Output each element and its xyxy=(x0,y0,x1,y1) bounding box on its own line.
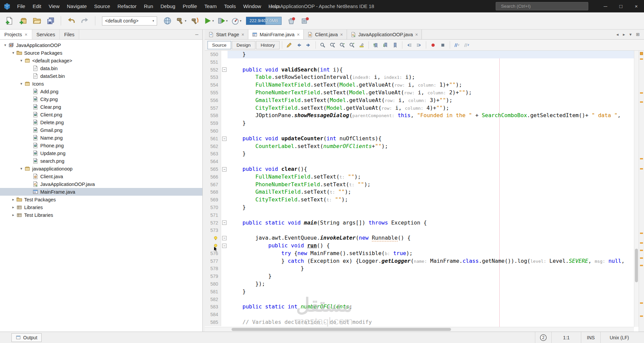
profile-project-button[interactable]: ▾ xyxy=(230,15,242,27)
expand-arrow[interactable]: ▸ xyxy=(11,197,16,202)
warning-mark[interactable] xyxy=(640,158,643,159)
tab-javaapplicationoop-java[interactable]: JavaApplicationOOP.java× xyxy=(347,30,422,39)
tab-scroll-left-icon[interactable]: ◂ xyxy=(615,32,621,37)
tab-client-java[interactable]: Client.java× xyxy=(304,30,347,39)
horizontal-scrollbar[interactable] xyxy=(205,327,634,332)
vertical-scrollbar-thumb[interactable] xyxy=(635,249,638,282)
minimize-button[interactable]: ─ xyxy=(598,0,613,12)
globe-button[interactable] xyxy=(161,15,174,27)
stop-macro-button[interactable] xyxy=(438,41,447,50)
expand-arrow[interactable]: ▸ xyxy=(11,205,16,209)
code-line-text[interactable]: public void validSearch(int i){ xyxy=(228,66,634,74)
fold-toggle[interactable]: − xyxy=(222,67,227,72)
tab-scroll-right-icon[interactable]: ▸ xyxy=(621,32,627,37)
tree-node-delete-png[interactable]: Delete.png xyxy=(0,118,202,126)
code-line-text[interactable]: JOptionPane.showMessageDialog(parentComp… xyxy=(228,112,634,119)
close-icon[interactable]: × xyxy=(242,32,244,37)
tree-node-default-package[interactable]: ▾<default package> xyxy=(0,57,202,64)
view-history-button[interactable]: History xyxy=(256,41,280,49)
code-line-text[interactable]: } xyxy=(228,150,634,158)
tab-files[interactable]: Files xyxy=(60,30,79,39)
menu-debug[interactable]: Debug xyxy=(157,0,179,12)
find-next-button[interactable] xyxy=(347,41,356,50)
menu-view[interactable]: View xyxy=(45,0,63,12)
menu-refactor[interactable]: Refactor xyxy=(114,0,140,12)
minimize-panel-icon[interactable]: ─ xyxy=(191,30,202,39)
fold-toggle[interactable]: − xyxy=(222,137,227,141)
code-line-text[interactable]: public void clear(){ xyxy=(228,165,634,173)
expand-arrow[interactable]: ▾ xyxy=(11,51,16,55)
expand-arrow[interactable]: ▾ xyxy=(19,166,24,171)
tree-node-update-png[interactable]: Update.png xyxy=(0,149,202,157)
tree-node-phone-png[interactable]: Phone.png xyxy=(0,142,202,149)
code-editor[interactable]: 550 }551552− public void validSearch(int… xyxy=(205,51,634,327)
memory-indicator[interactable]: 222.9/402.0MB xyxy=(246,17,282,25)
horizontal-scrollbar-thumb[interactable] xyxy=(232,328,451,331)
view-design-button[interactable]: Design xyxy=(232,41,255,49)
code-line-text[interactable]: PhoneNumberTextField.setText(t: ""); xyxy=(228,181,634,189)
fold-toggle[interactable]: − xyxy=(222,167,227,172)
maximize-button[interactable]: □ xyxy=(613,0,629,12)
close-icon[interactable]: × xyxy=(415,32,418,37)
stripe-status-icon[interactable] xyxy=(640,52,643,55)
incremental-search-button[interactable] xyxy=(328,41,337,50)
code-line-text[interactable]: // Variables declaration - do not modify xyxy=(228,318,634,326)
tree-node-javaapplicationoop[interactable]: ▾javaapplicationoop xyxy=(0,165,202,173)
tab-projects[interactable]: Projects× xyxy=(0,30,32,39)
quick-search-input[interactable]: Search (Ctrl+I) xyxy=(496,2,588,10)
comment-button[interactable] xyxy=(452,41,461,50)
code-line-text[interactable]: } catch (Exception ex) {Logger.getLogger… xyxy=(228,257,634,265)
code-line-text[interactable]: java.awt.EventQueue.invokeLater(new Runn… xyxy=(228,234,634,242)
tree-node-icons[interactable]: ▾Icons xyxy=(0,80,202,88)
fold-toggle[interactable]: − xyxy=(222,236,227,240)
code-line-text[interactable] xyxy=(228,311,634,318)
warning-mark[interactable] xyxy=(640,168,643,169)
tree-node-search-png[interactable]: search.png xyxy=(0,157,202,165)
warning-mark[interactable] xyxy=(640,58,643,60)
tree-node-source-packages[interactable]: ▾Source Packages xyxy=(0,49,202,57)
code-line-text[interactable]: GmailTextField.setText(Model.getValueAt(… xyxy=(228,97,634,104)
tree-node-gmail-png[interactable]: Gmail.png xyxy=(0,126,202,134)
tree-node-javaapplicationoop[interactable]: ▾JavaApplicationOOP xyxy=(0,41,202,49)
warning-mark[interactable] xyxy=(640,257,643,259)
close-icon[interactable]: × xyxy=(340,32,343,37)
code-line-text[interactable] xyxy=(228,227,634,234)
code-line-text[interactable]: CityTextField.setText(Model.getValueAt(r… xyxy=(228,104,634,112)
tree-node-client-java[interactable]: Client.java xyxy=(0,173,202,180)
warning-mark[interactable] xyxy=(640,315,643,317)
insert-mode[interactable]: INS xyxy=(581,332,600,343)
code-line-text[interactable]: CounterLabel.setText(numberOFClients+"")… xyxy=(228,143,634,150)
tree-node-client-png[interactable]: Client.png xyxy=(0,111,202,118)
find-previous-button[interactable] xyxy=(338,41,347,50)
vertical-scrollbar[interactable] xyxy=(634,51,639,327)
code-line-text[interactable]: FullNameTextField.setText(t: ""); xyxy=(228,173,634,181)
new-file-button[interactable] xyxy=(3,15,15,27)
shift-right-button[interactable] xyxy=(414,41,424,50)
close-icon[interactable]: × xyxy=(24,32,27,37)
code-line-text[interactable] xyxy=(228,127,634,135)
code-line-text[interactable]: } xyxy=(228,51,634,58)
warning-mark[interactable] xyxy=(640,92,643,94)
menu-edit[interactable]: Edit xyxy=(29,0,45,12)
menu-window[interactable]: Window xyxy=(240,0,265,12)
debug-project-button[interactable]: ▾ xyxy=(216,15,229,27)
menu-file[interactable]: File xyxy=(13,0,29,12)
save-all-button[interactable] xyxy=(45,15,57,27)
undo-button[interactable] xyxy=(65,15,77,27)
expand-arrow[interactable]: ▾ xyxy=(3,43,8,47)
menu-profile[interactable]: Profile xyxy=(179,0,201,12)
build-project-button[interactable]: ▾ xyxy=(175,15,187,27)
new-project-button[interactable] xyxy=(17,15,29,27)
caret-position[interactable]: 1:1 xyxy=(551,332,581,343)
heap-dump-button[interactable] xyxy=(299,15,311,27)
tree-node-mainframe-java[interactable]: MainFrame.java xyxy=(0,188,202,196)
tab-services[interactable]: Services xyxy=(32,30,60,39)
previous-bookmark-button[interactable] xyxy=(371,41,380,50)
tab-list-icon[interactable]: ▾ xyxy=(628,32,634,37)
maximize-editor-icon[interactable]: ⊞ xyxy=(634,32,641,37)
warning-mark[interactable] xyxy=(640,265,643,266)
menu-navigate[interactable]: Navigate xyxy=(63,0,90,12)
code-line-text[interactable]: FullNameTextField.setText(Model.getValue… xyxy=(228,81,634,89)
toggle-highlight-button[interactable] xyxy=(357,41,366,50)
code-line-text[interactable] xyxy=(228,211,634,219)
